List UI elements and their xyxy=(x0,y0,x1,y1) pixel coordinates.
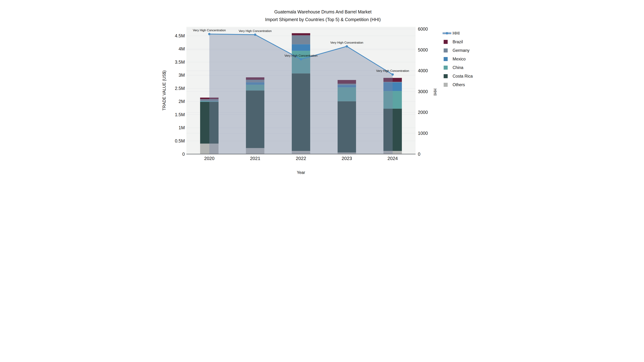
legend-item-others[interactable]: Others xyxy=(444,82,465,87)
x-tick-2020: 2020 xyxy=(204,156,214,161)
y-right-tick-6: 6000 xyxy=(418,26,428,31)
legend-label-hhi: HHI xyxy=(452,31,460,35)
annotation-2024: Very High Concentration xyxy=(376,69,409,73)
y-left-tick-8: 4M xyxy=(178,46,185,51)
combo-chart: Guatemala Warehouse Drums And Barrel Mar… xyxy=(161,0,483,181)
legend-swatch-others xyxy=(444,83,448,87)
legend: HHIBrazilGermanyMexicoChinaCosta RicaOth… xyxy=(442,31,473,87)
y-right-tick-3: 3000 xyxy=(418,89,428,94)
y-left-tick-1: 0.5M xyxy=(175,138,185,143)
annotation-2021: Very High Concentration xyxy=(239,29,272,33)
y-right-tick-5: 5000 xyxy=(418,47,428,52)
annotation-2022: Very High Concentration xyxy=(284,54,317,57)
hhi-marker-2022[interactable] xyxy=(300,58,302,60)
y-left-tick-6: 3M xyxy=(178,73,185,78)
hhi-marker-2023[interactable] xyxy=(346,45,348,47)
x-tick-2022: 2022 xyxy=(296,156,306,161)
legend-item-china[interactable]: China xyxy=(444,65,463,70)
x-axis-title: Year xyxy=(297,170,305,175)
y-right-tick-1: 1000 xyxy=(418,131,428,136)
y-left-tick-9: 4.5M xyxy=(175,33,185,38)
legend-swatch-brazil xyxy=(444,40,448,44)
legend-item-mexico[interactable]: Mexico xyxy=(444,57,466,61)
annotation-2023: Very High Concentration xyxy=(330,41,363,44)
plot-area: Very High ConcentrationVery High Concent… xyxy=(175,26,428,161)
y-left-tick-7: 3.5M xyxy=(175,59,185,64)
legend-item-brazil[interactable]: Brazil xyxy=(444,39,463,44)
legend-label-mexico: Mexico xyxy=(452,57,466,61)
y-left-tick-0: 0 xyxy=(182,152,185,157)
legend-swatch-china xyxy=(444,66,448,70)
hhi-marker-2024[interactable] xyxy=(392,73,394,76)
y-left-tick-4: 2M xyxy=(178,99,185,104)
legend-item-germany[interactable]: Germany xyxy=(444,48,470,53)
y-right-axis-title: HHI xyxy=(433,88,438,96)
y-right-tick-4: 4000 xyxy=(418,68,428,73)
y-left-axis-title: TRADE VALUE (US$) xyxy=(162,70,166,111)
y-left-tick-2: 1M xyxy=(178,125,185,130)
chart-title-line2: Import Shipment by Countries (Top 5) & C… xyxy=(265,17,381,22)
y-right-tick-0: 0 xyxy=(418,152,420,157)
legend-label-costa-rica: Costa Rica xyxy=(452,74,473,78)
chart-title-line1: Guatemala Warehouse Drums And Barrel Mar… xyxy=(274,9,372,14)
chart-figure: Guatemala Warehouse Drums And Barrel Mar… xyxy=(161,0,483,181)
hhi-marker-2020[interactable] xyxy=(208,33,210,35)
y-right-tick-2: 2000 xyxy=(418,110,428,115)
bar-2022-brazil[interactable] xyxy=(292,33,310,35)
legend-item-hhi[interactable]: HHI xyxy=(442,31,460,35)
legend-label-china: China xyxy=(452,65,463,70)
y-left-tick-5: 2.5M xyxy=(175,86,185,91)
bar-2022-mexico[interactable] xyxy=(292,44,310,51)
hhi-marker-2021[interactable] xyxy=(254,33,256,36)
x-tick-2021: 2021 xyxy=(250,156,260,161)
y-left-tick-3: 1.5M xyxy=(175,112,185,117)
bar-2022-germany[interactable] xyxy=(292,35,310,44)
legend-label-others: Others xyxy=(452,82,465,87)
x-tick-2024: 2024 xyxy=(388,156,398,161)
legend-swatch-costa-rica xyxy=(444,74,448,78)
legend-hhi-marker-icon xyxy=(446,32,448,34)
legend-swatch-germany xyxy=(444,48,448,52)
legend-label-brazil: Brazil xyxy=(452,39,463,44)
legend-swatch-mexico xyxy=(444,57,448,61)
legend-item-costa-rica[interactable]: Costa Rica xyxy=(444,74,473,78)
x-tick-2023: 2023 xyxy=(342,156,352,161)
annotation-2020: Very High Concentration xyxy=(193,28,226,32)
legend-label-germany: Germany xyxy=(452,48,470,53)
